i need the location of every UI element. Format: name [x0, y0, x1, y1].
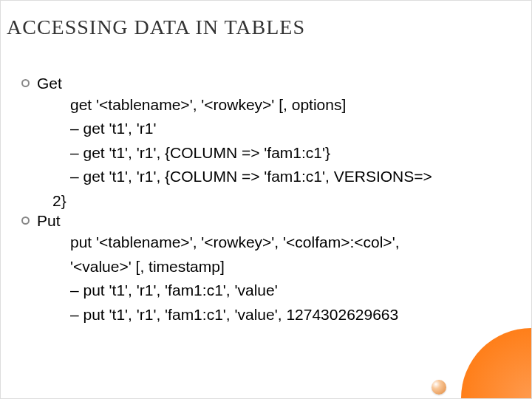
get-line: – get 't1', 'r1': [70, 117, 516, 140]
bullet-icon: [21, 79, 30, 87]
get-line: get '<tablename>', '<rowkey>' [, options…: [70, 94, 516, 116]
put-line: – put 't1', 'r1', 'fam1:c1', 'value': [70, 279, 516, 301]
bullet-icon: [21, 216, 30, 225]
orange-circle-icon: [461, 328, 531, 398]
get-trailing: 2}: [52, 190, 516, 212]
get-label: Get: [37, 75, 62, 92]
put-line: – put 't1', 'r1', 'fam1:c1', 'value', 12…: [70, 304, 516, 326]
get-line: – get 't1', 'r1', {COLUMN => 'fam1:c1', …: [70, 166, 516, 188]
content-area: Get get '<tablename>', '<rowkey>' [, opt…: [21, 75, 516, 327]
put-label: Put: [37, 212, 61, 230]
bullet-row-put: Put: [21, 212, 516, 230]
put-lines: put '<tablename>', '<rowkey>', '<colfam>…: [70, 231, 516, 326]
bullet-row-get: Get: [21, 75, 516, 92]
slide-title: ACCESSING DATA IN TABLES: [7, 16, 305, 39]
put-line: '<value>' [, timestamp]: [70, 256, 516, 278]
get-lines: get '<tablename>', '<rowkey>' [, options…: [70, 94, 516, 188]
put-line: put '<tablename>', '<rowkey>', '<colfam>…: [70, 231, 516, 253]
get-line: – get 't1', 'r1', {COLUMN => 'fam1:c1'}: [70, 142, 516, 164]
small-sphere-icon: [432, 380, 446, 395]
